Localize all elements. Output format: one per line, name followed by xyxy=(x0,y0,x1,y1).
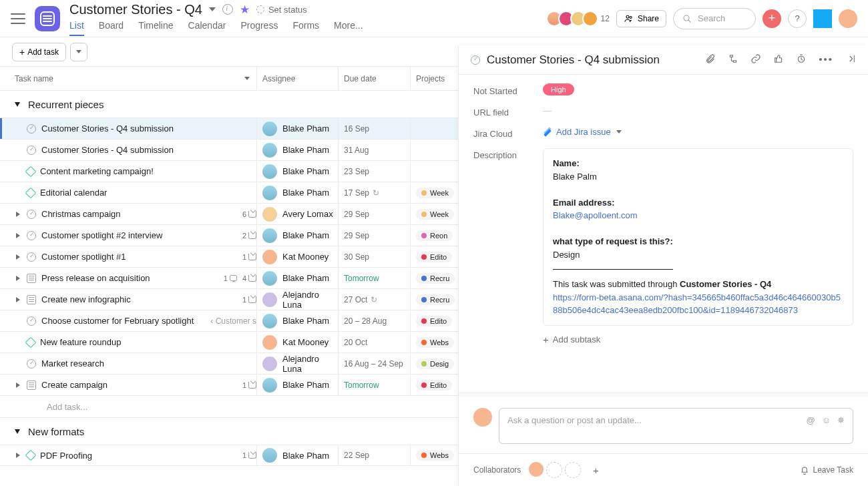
tab-timeline[interactable]: Timeline xyxy=(138,20,173,35)
member-avatars[interactable]: 12 xyxy=(550,11,610,27)
expand-icon[interactable] xyxy=(16,212,20,217)
task-name[interactable]: Customer spotlight #1 xyxy=(41,252,237,262)
share-button[interactable]: Share xyxy=(616,10,666,27)
task-check-icon[interactable] xyxy=(27,124,36,134)
projects-cell[interactable]: Reon xyxy=(410,225,447,246)
assignee-cell[interactable]: Blake Pham xyxy=(256,118,338,139)
projects-cell[interactable]: Webs xyxy=(410,332,447,352)
help-button[interactable]: ? xyxy=(788,9,807,28)
task-check-icon[interactable] xyxy=(27,316,36,326)
project-title[interactable]: Customer Stories - Q4 xyxy=(69,2,202,17)
close-panel-icon[interactable] xyxy=(845,53,856,66)
workspace-icon[interactable] xyxy=(813,9,832,28)
task-name[interactable]: Editorial calendar xyxy=(40,188,256,198)
projects-cell[interactable] xyxy=(410,140,447,160)
user-avatar[interactable] xyxy=(839,9,857,28)
due-date-cell[interactable]: 29 Sep xyxy=(338,204,410,224)
assignee-cell[interactable]: Blake Pham xyxy=(256,225,338,246)
task-name[interactable]: Market research xyxy=(41,358,256,369)
projects-cell[interactable]: Recru xyxy=(410,289,447,310)
assignee-cell[interactable]: Blake Pham xyxy=(256,310,338,331)
projects-cell[interactable]: Edito xyxy=(410,246,447,267)
task-check-icon[interactable] xyxy=(27,359,36,369)
add-collaborator-button[interactable]: + xyxy=(589,463,602,477)
task-name[interactable]: Content marketing campaign! xyxy=(40,166,256,176)
assignee-cell[interactable]: Blake Pham xyxy=(256,268,338,288)
attachment-icon[interactable] xyxy=(705,53,716,66)
expand-icon[interactable] xyxy=(16,297,20,302)
add-task-dropdown[interactable] xyxy=(70,43,87,61)
assignee-cell[interactable]: Alejandro Luna xyxy=(256,353,338,374)
tab-progress[interactable]: Progress xyxy=(240,20,278,35)
due-date-cell[interactable]: 27 Oct↻ xyxy=(338,289,410,310)
assignee-cell[interactable]: Blake Pham xyxy=(256,140,338,160)
info-icon[interactable] xyxy=(222,4,233,15)
assignee-cell[interactable]: Blake Pham xyxy=(256,375,338,395)
projects-cell[interactable]: Desig xyxy=(410,353,447,374)
more-icon[interactable]: ••• xyxy=(819,53,833,66)
due-date-cell[interactable]: 31 Aug xyxy=(338,140,410,160)
expand-icon[interactable] xyxy=(16,254,20,260)
task-name[interactable]: Customer spotlight #2 interview xyxy=(41,230,237,240)
add-collaborator-placeholder[interactable] xyxy=(565,462,581,478)
appreciation-icon[interactable]: ✵ xyxy=(837,415,845,425)
assignee-cell[interactable]: Blake Pham xyxy=(256,182,338,203)
task-name[interactable]: Christmas campaign xyxy=(41,209,237,219)
tab-forms[interactable]: Forms xyxy=(292,20,319,35)
due-date-cell[interactable]: Tomorrow xyxy=(338,268,410,288)
task-name[interactable]: Press release on acquisition xyxy=(41,273,218,283)
assignee-cell[interactable]: Blake Pham xyxy=(256,161,338,182)
due-date-cell[interactable]: Tomorrow xyxy=(338,375,410,395)
task-name[interactable]: Create new infographic xyxy=(41,294,237,304)
mention-icon[interactable]: @ xyxy=(807,415,815,425)
task-name[interactable]: Customer Stories - Q4 submission xyxy=(41,124,256,134)
tab-calendar[interactable]: Calendar xyxy=(188,20,226,35)
column-due-date[interactable]: Due date xyxy=(338,67,410,90)
assignee-cell[interactable]: Blake Pham xyxy=(256,445,338,465)
timer-icon[interactable] xyxy=(796,53,807,66)
add-task-button[interactable]: + Add task xyxy=(12,43,66,61)
task-name[interactable]: Choose customer for February spotlight xyxy=(41,316,201,326)
detail-title[interactable]: Customer Stories - Q4 submission xyxy=(487,53,698,67)
expand-icon[interactable] xyxy=(16,383,20,388)
due-date-cell[interactable]: 29 Sep xyxy=(338,225,410,246)
task-name[interactable]: Customer Stories - Q4 submission xyxy=(41,145,256,155)
due-date-cell[interactable]: 16 Sep xyxy=(338,118,410,139)
projects-cell[interactable]: Week xyxy=(410,204,447,224)
due-date-cell[interactable]: 23 Sep xyxy=(338,161,410,182)
task-name[interactable]: New feature roundup xyxy=(40,337,256,347)
column-task-name[interactable]: Task name xyxy=(0,74,256,83)
priority-pill[interactable]: High xyxy=(543,83,574,95)
projects-cell[interactable]: Webs xyxy=(410,445,447,465)
link-icon[interactable] xyxy=(750,53,761,66)
projects-cell[interactable]: Recru xyxy=(410,268,447,288)
due-date-cell[interactable]: 17 Sep↻ xyxy=(338,182,410,203)
assignee-cell[interactable]: Avery Lomax xyxy=(256,204,338,224)
due-date-cell[interactable]: 20 – 28 Aug xyxy=(338,310,410,331)
task-name[interactable]: PDF Proofing xyxy=(40,451,237,461)
search-input[interactable]: Search xyxy=(673,8,756,29)
form-link[interactable]: https://form-beta.asana.com/?hash=345665… xyxy=(553,292,841,316)
star-icon[interactable]: ★ xyxy=(240,3,250,17)
comment-input[interactable]: Ask a question or post an update... @ ☺ … xyxy=(499,408,853,444)
projects-cell[interactable]: Edito xyxy=(410,310,447,331)
expand-icon[interactable] xyxy=(16,453,20,458)
tab-list[interactable]: List xyxy=(69,20,84,35)
field-url-value[interactable]: — xyxy=(543,105,853,115)
like-icon[interactable] xyxy=(773,53,784,66)
add-collaborator-placeholder[interactable] xyxy=(546,462,562,478)
expand-icon[interactable] xyxy=(16,233,20,238)
set-status-button[interactable]: Set status xyxy=(256,5,307,15)
column-assignee[interactable]: Assignee xyxy=(256,67,338,90)
add-jira-issue-button[interactable]: Add Jira issue xyxy=(543,127,853,137)
projects-cell[interactable] xyxy=(410,161,447,182)
chevron-down-icon[interactable] xyxy=(244,77,250,80)
task-check-icon[interactable] xyxy=(27,210,36,219)
projects-cell[interactable] xyxy=(410,118,447,139)
task-check-icon[interactable] xyxy=(27,231,36,240)
assignee-cell[interactable]: Alejandro Luna xyxy=(256,289,338,310)
task-check-icon[interactable] xyxy=(27,146,36,155)
subtask-icon[interactable] xyxy=(728,53,738,66)
complete-task-check[interactable] xyxy=(471,55,480,65)
task-name[interactable]: Create campaign xyxy=(41,380,237,390)
